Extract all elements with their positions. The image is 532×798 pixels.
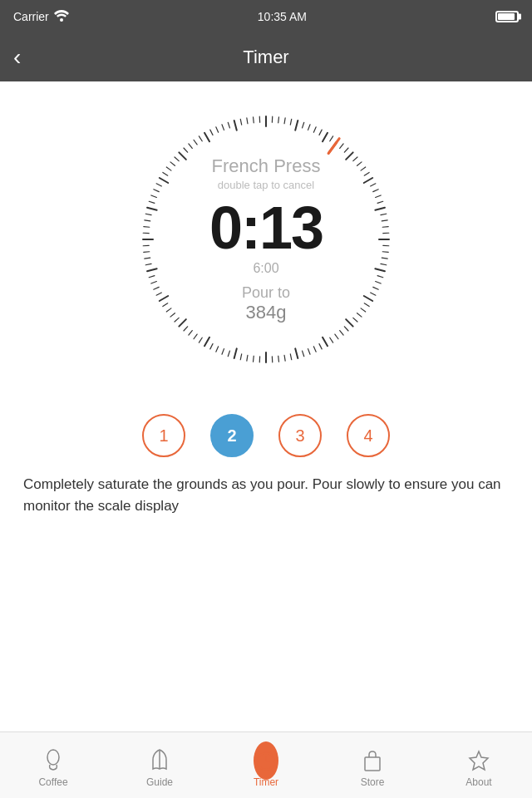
svg-line-28: [382, 220, 387, 221]
svg-line-39: [373, 287, 378, 289]
svg-line-8: [308, 125, 311, 131]
wifi-icon: [54, 10, 69, 24]
svg-line-94: [145, 220, 150, 221]
svg-line-54: [308, 349, 311, 355]
svg-line-81: [160, 296, 168, 301]
tab-coffee[interactable]: Coffee: [0, 743, 106, 788]
svg-line-100: [156, 184, 161, 186]
svg-line-21: [364, 178, 372, 183]
tab-about[interactable]: About: [426, 743, 532, 788]
svg-line-72: [199, 337, 202, 342]
tab-store[interactable]: Store: [319, 743, 426, 788]
svg-line-11: [323, 133, 328, 141]
svg-line-93: [144, 227, 150, 228]
svg-line-95: [145, 214, 151, 214]
tab-guide[interactable]: Guide: [106, 743, 213, 788]
tab-bar: Coffee Guide Timer: [0, 732, 532, 798]
step-3[interactable]: 3: [278, 414, 322, 457]
svg-line-22: [371, 184, 376, 186]
battery-icon: [495, 11, 519, 22]
svg-line-89: [144, 252, 150, 253]
svg-line-36: [375, 268, 385, 271]
svg-line-10: [319, 130, 322, 135]
svg-line-33: [382, 252, 388, 253]
svg-line-43: [361, 308, 366, 312]
svg-line-53: [313, 347, 316, 352]
tab-about-label: About: [466, 776, 491, 788]
svg-line-77: [175, 318, 179, 322]
guide-icon: [147, 748, 172, 773]
svg-line-23: [373, 190, 378, 192]
svg-line-6: [295, 121, 298, 131]
svg-line-83: [154, 287, 159, 289]
svg-line-57: [290, 354, 291, 360]
status-left: Carrier: [13, 10, 69, 24]
svg-line-41: [364, 296, 372, 301]
svg-line-63: [254, 356, 254, 362]
timer-icon: [254, 748, 278, 773]
coffee-icon: [41, 748, 66, 773]
svg-line-96: [147, 208, 157, 210]
svg-line-17: [353, 157, 357, 161]
tab-store-label: Store: [361, 776, 385, 788]
svg-line-35: [381, 264, 387, 264]
svg-line-67: [228, 351, 229, 357]
svg-line-101: [160, 178, 168, 183]
svg-line-110: [199, 136, 202, 141]
svg-line-51: [323, 337, 328, 346]
svg-line-42: [364, 303, 369, 307]
carrier-label: Carrier: [13, 10, 49, 23]
svg-line-108: [189, 144, 192, 148]
timer-circle[interactable]: /* generated below */ French Press doubl…: [133, 106, 399, 372]
tab-timer[interactable]: Timer: [213, 743, 319, 788]
svg-line-119: [254, 117, 254, 123]
svg-line-114: [222, 125, 224, 131]
svg-line-45: [353, 318, 357, 322]
svg-line-50: [330, 337, 333, 342]
svg-line-74: [189, 331, 192, 335]
svg-point-122: [47, 750, 59, 765]
svg-line-64: [247, 355, 248, 361]
step-1[interactable]: 1: [142, 414, 185, 457]
svg-line-19: [361, 167, 366, 170]
svg-line-9: [313, 127, 316, 132]
svg-line-20: [364, 172, 369, 175]
svg-line-78: [170, 313, 175, 317]
svg-line-82: [156, 293, 161, 295]
svg-line-29: [382, 227, 388, 228]
svg-line-104: [170, 162, 175, 165]
svg-line-47: [344, 327, 348, 331]
svg-line-86: [147, 268, 157, 271]
instruction-text: Completely saturate the grounds as you p…: [0, 457, 532, 516]
tab-timer-label: Timer: [254, 776, 278, 788]
about-icon: [466, 748, 491, 773]
svg-line-112: [210, 130, 213, 135]
svg-line-75: [184, 327, 188, 331]
nav-bar: ‹ Timer: [0, 33, 532, 81]
svg-line-84: [151, 282, 157, 284]
svg-line-58: [284, 355, 285, 361]
step-4[interactable]: 4: [347, 414, 390, 457]
svg-line-85: [149, 276, 155, 278]
svg-line-79: [166, 308, 171, 312]
svg-line-34: [382, 258, 387, 259]
svg-line-24: [376, 195, 382, 198]
svg-line-68: [222, 349, 224, 355]
svg-line-105: [175, 157, 179, 161]
svg-line-71: [204, 337, 209, 346]
svg-line-25: [377, 201, 383, 203]
step-2[interactable]: 2: [210, 414, 254, 457]
svg-line-103: [166, 167, 171, 170]
back-button[interactable]: ‹: [13, 44, 21, 71]
svg-line-69: [216, 347, 219, 352]
timer-instruction-label: Pour to: [183, 284, 349, 302]
svg-line-80: [163, 303, 168, 307]
svg-line-107: [184, 148, 188, 152]
svg-line-3: [278, 117, 279, 123]
svg-line-44: [357, 313, 362, 317]
status-bar: Carrier 10:35 AM: [0, 0, 532, 33]
svg-line-113: [216, 127, 219, 132]
svg-line-117: [240, 119, 241, 125]
tab-guide-label: Guide: [146, 776, 173, 788]
svg-point-0: [60, 18, 63, 22]
